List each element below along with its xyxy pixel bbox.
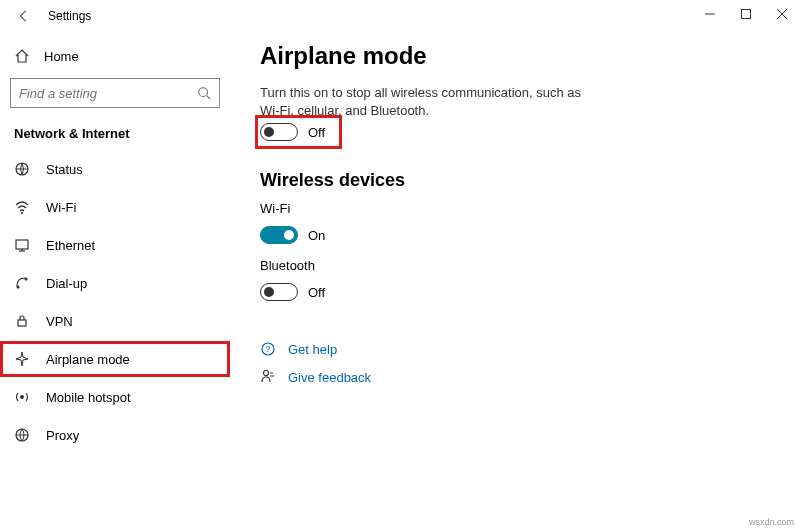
- sidebar: Home Network & Internet Status Wi-Fi Eth…: [0, 32, 230, 531]
- proxy-icon: [14, 427, 30, 443]
- sidebar-item-label: Proxy: [46, 428, 79, 443]
- close-icon: [777, 9, 787, 19]
- search-box[interactable]: [10, 78, 220, 108]
- bluetooth-toggle-row: Off: [260, 277, 770, 307]
- wireless-section-title: Wireless devices: [260, 170, 770, 191]
- sidebar-item-wifi[interactable]: Wi-Fi: [0, 189, 230, 225]
- search-icon: [197, 86, 211, 100]
- back-button[interactable]: [8, 0, 40, 32]
- bluetooth-toggle[interactable]: [260, 283, 298, 301]
- wifi-icon: [14, 199, 30, 215]
- arrow-left-icon: [17, 9, 31, 23]
- dialup-icon: [14, 275, 30, 291]
- home-nav[interactable]: Home: [0, 40, 230, 74]
- get-help-link[interactable]: ? Get help: [260, 341, 770, 357]
- minimize-button[interactable]: [692, 0, 728, 28]
- svg-point-4: [199, 88, 208, 97]
- main-content: Airplane mode Turn this on to stop all w…: [230, 32, 800, 531]
- sidebar-item-status[interactable]: Status: [0, 151, 230, 187]
- page-description: Turn this on to stop all wireless commun…: [260, 84, 600, 120]
- feedback-link[interactable]: Give feedback: [260, 369, 770, 385]
- airplane-toggle-row: Off: [258, 118, 339, 146]
- airplane-toggle-label: Off: [308, 125, 325, 140]
- minimize-icon: [705, 9, 715, 19]
- maximize-button[interactable]: [728, 0, 764, 28]
- page-title: Airplane mode: [260, 42, 770, 70]
- home-icon: [14, 48, 30, 64]
- sidebar-item-dialup[interactable]: Dial-up: [0, 265, 230, 301]
- svg-rect-1: [742, 10, 751, 19]
- wifi-toggle-row: On: [260, 220, 770, 250]
- wifi-toggle-label: On: [308, 228, 325, 243]
- home-label: Home: [44, 49, 79, 64]
- status-icon: [14, 161, 30, 177]
- help-label: Get help: [288, 342, 337, 357]
- title-bar: Settings: [0, 0, 800, 32]
- maximize-icon: [741, 9, 751, 19]
- sidebar-item-label: Wi-Fi: [46, 200, 76, 215]
- watermark: wsxdn.com: [749, 517, 794, 527]
- svg-point-8: [21, 212, 23, 214]
- feedback-icon: [260, 369, 276, 385]
- wifi-toggle[interactable]: [260, 226, 298, 244]
- category-header: Network & Internet: [0, 122, 230, 151]
- search-input[interactable]: [11, 80, 219, 107]
- hotspot-icon: [14, 389, 30, 405]
- sidebar-item-label: Ethernet: [46, 238, 95, 253]
- ethernet-icon: [14, 237, 30, 253]
- wifi-sub-label: Wi-Fi: [260, 201, 770, 216]
- svg-point-13: [25, 278, 28, 281]
- bluetooth-sub-label: Bluetooth: [260, 258, 770, 273]
- sidebar-item-ethernet[interactable]: Ethernet: [0, 227, 230, 263]
- airplane-toggle[interactable]: [260, 123, 298, 141]
- feedback-label: Give feedback: [288, 370, 371, 385]
- vpn-icon: [14, 313, 30, 329]
- svg-line-5: [207, 96, 211, 100]
- sidebar-item-label: VPN: [46, 314, 73, 329]
- sidebar-item-airplane[interactable]: Airplane mode: [0, 341, 230, 377]
- svg-rect-9: [16, 240, 28, 249]
- sidebar-item-label: Mobile hotspot: [46, 390, 131, 405]
- sidebar-item-proxy[interactable]: Proxy: [0, 417, 230, 453]
- sidebar-item-vpn[interactable]: VPN: [0, 303, 230, 339]
- svg-text:?: ?: [265, 344, 270, 354]
- svg-point-20: [264, 371, 269, 376]
- svg-point-12: [17, 286, 20, 289]
- sidebar-item-label: Dial-up: [46, 276, 87, 291]
- close-button[interactable]: [764, 0, 800, 28]
- svg-point-15: [20, 395, 24, 399]
- sidebar-item-hotspot[interactable]: Mobile hotspot: [0, 379, 230, 415]
- svg-rect-14: [18, 320, 26, 326]
- airplane-icon: [14, 351, 30, 367]
- bluetooth-toggle-label: Off: [308, 285, 325, 300]
- window-title: Settings: [48, 9, 91, 23]
- sidebar-item-label: Airplane mode: [46, 352, 130, 367]
- help-icon: ?: [260, 341, 276, 357]
- sidebar-item-label: Status: [46, 162, 83, 177]
